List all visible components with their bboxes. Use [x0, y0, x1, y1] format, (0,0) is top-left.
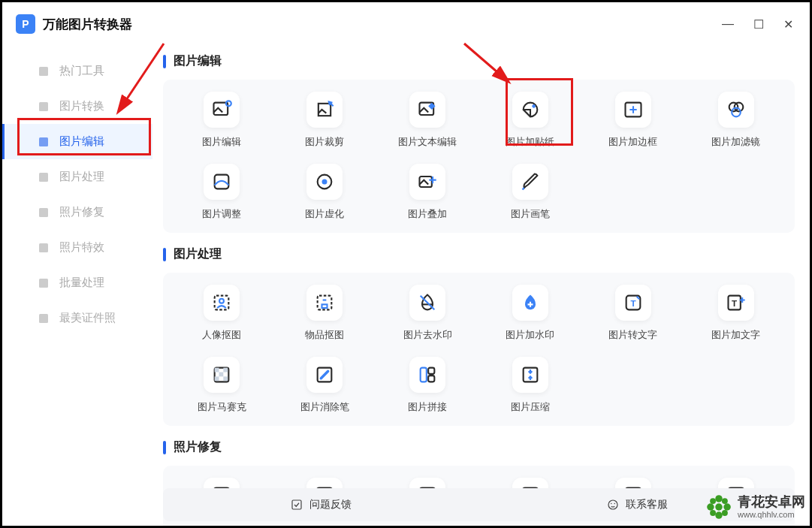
app-title: 万能图片转换器: [43, 16, 132, 33]
tool-label: 图片转文字: [608, 328, 657, 342]
sticker-icon: [512, 92, 548, 128]
tool-label: 图片加滤镜: [711, 135, 760, 149]
sidebar-item-label: 图片处理: [59, 170, 104, 184]
sidebar-item-label: 批量处理: [59, 276, 104, 290]
sidebar-item-0[interactable]: 热门工具: [2, 53, 152, 89]
tool-item-1-3[interactable]: 图片加水印: [478, 285, 581, 342]
image-edit-icon: [204, 92, 240, 128]
feedback-label: 问题反馈: [309, 498, 352, 511]
tool-label: 人像抠图: [202, 328, 241, 342]
tool-label: 图片马赛克: [198, 400, 246, 414]
tool-label: 图片加贴纸: [506, 135, 554, 149]
tool-grid: 人像抠图 物品抠图 图片去水印 图片加水印 图片转文字 图片加文字: [163, 273, 795, 426]
sidebar-icon: [37, 206, 50, 219]
feedback-icon: [290, 498, 303, 511]
close-button[interactable]: ✕: [780, 14, 796, 35]
tool-label: 物品抠图: [305, 328, 344, 342]
sidebar-item-2[interactable]: 图片编辑: [2, 124, 152, 159]
sidebar: 热门工具图片转换图片编辑图片处理照片修复照片特效批量处理最美证件照: [2, 46, 152, 526]
tool-label: 图片编辑: [202, 135, 241, 149]
maximize-button[interactable]: ☐: [750, 14, 767, 35]
tool-item-0-7[interactable]: 图片虚化: [273, 164, 376, 221]
sidebar-icon: [37, 276, 50, 290]
tool-item-1-7[interactable]: 图片消除笔: [273, 357, 376, 414]
tool-item-1-5[interactable]: 图片加文字: [684, 285, 787, 342]
sidebar-item-4[interactable]: 照片修复: [2, 195, 152, 230]
remove-watermark-icon: [409, 285, 445, 321]
eraser-icon: [306, 357, 343, 393]
section-title: 图片处理: [163, 246, 795, 262]
tool-item-1-9[interactable]: 图片压缩: [478, 357, 581, 414]
ocr-icon: [615, 285, 651, 321]
sidebar-item-label: 图片编辑: [59, 134, 104, 149]
tool-grid: 图片编辑 图片裁剪 图片文本编辑 图片加贴纸 图片加边框 图片加滤镜: [163, 80, 795, 233]
tool-label: 图片调整: [202, 207, 241, 221]
tool-item-0-9[interactable]: 图片画笔: [478, 164, 581, 221]
tool-label: 图片叠加: [408, 207, 447, 221]
sidebar-icon: [37, 170, 50, 184]
sidebar-item-6[interactable]: 批量处理: [2, 265, 152, 300]
tool-label: 图片加边框: [608, 135, 657, 149]
tool-label: 图片加水印: [506, 328, 554, 342]
sidebar-item-5[interactable]: 照片特效: [2, 230, 152, 265]
tool-item-1-8[interactable]: 图片拼接: [376, 357, 479, 414]
sidebar-icon: [37, 65, 50, 78]
tool-item-1-1[interactable]: 物品抠图: [273, 285, 376, 342]
sidebar-item-label: 照片修复: [59, 205, 104, 219]
watermark-url: www.qhhlv.com: [738, 510, 805, 520]
tool-item-1-6[interactable]: 图片马赛克: [171, 357, 273, 414]
object-cutout-icon: [306, 285, 343, 321]
sidebar-item-label: 图片转换: [59, 99, 104, 113]
minimize-button[interactable]: —: [719, 14, 737, 34]
contact-label: 联系客服: [626, 498, 668, 511]
watermark: 青花安卓网 www.qhhlv.com: [705, 493, 805, 521]
tool-label: 图片加文字: [711, 328, 760, 342]
tool-item-0-5[interactable]: 图片加滤镜: [684, 92, 787, 149]
add-text-icon: [718, 285, 754, 321]
window-controls: — ☐ ✕: [719, 14, 796, 35]
tool-item-1-4[interactable]: 图片转文字: [581, 285, 684, 342]
overlay-icon: [409, 164, 445, 200]
sidebar-icon: [37, 100, 50, 113]
sidebar-icon: [37, 135, 50, 149]
sidebar-icon: [37, 241, 50, 255]
feedback-button[interactable]: 问题反馈: [163, 488, 479, 521]
tool-item-0-4[interactable]: 图片加边框: [581, 92, 684, 149]
tool-item-1-2[interactable]: 图片去水印: [376, 285, 479, 342]
sidebar-icon: [37, 312, 50, 325]
sidebar-item-7[interactable]: 最美证件照: [2, 300, 152, 336]
mosaic-icon: [204, 357, 240, 393]
blur-icon: [306, 164, 343, 200]
text-edit-icon: [409, 92, 445, 128]
tool-label: 图片压缩: [511, 400, 550, 414]
add-watermark-icon: [512, 285, 548, 321]
tool-item-0-0[interactable]: 图片编辑: [171, 92, 273, 149]
filter-icon: [718, 92, 754, 128]
tool-item-0-1[interactable]: 图片裁剪: [273, 92, 376, 149]
sidebar-item-1[interactable]: 图片转换: [2, 89, 152, 124]
person-cutout-icon: [204, 285, 240, 321]
crop-icon: [306, 92, 343, 128]
tool-label: 图片虚化: [305, 207, 344, 221]
contact-icon: [606, 498, 620, 511]
tool-item-0-3[interactable]: 图片加贴纸: [478, 92, 581, 149]
watermark-logo-icon: [705, 493, 733, 521]
border-icon: [615, 92, 651, 128]
sidebar-item-3[interactable]: 图片处理: [2, 159, 152, 195]
section-title: 照片修复: [163, 439, 795, 455]
watermark-name: 青花安卓网: [738, 494, 805, 511]
tool-label: 图片拼接: [408, 400, 447, 414]
tool-label: 图片文本编辑: [398, 135, 457, 149]
sidebar-item-label: 最美证件照: [59, 311, 116, 325]
tool-item-0-2[interactable]: 图片文本编辑: [376, 92, 479, 149]
tool-item-0-6[interactable]: 图片调整: [171, 164, 273, 221]
tool-label: 图片裁剪: [305, 135, 344, 149]
tool-item-0-8[interactable]: 图片叠加: [376, 164, 479, 221]
sidebar-item-label: 照片特效: [59, 240, 104, 255]
title-bar: P 万能图片转换器 — ☐ ✕: [2, 2, 810, 46]
section-title: 图片编辑: [163, 53, 795, 69]
tool-item-1-0[interactable]: 人像抠图: [171, 285, 273, 342]
tool-label: 图片去水印: [403, 328, 452, 342]
tool-label: 图片消除笔: [300, 400, 349, 414]
footer-bar: 问题反馈 联系客服: [163, 488, 795, 521]
